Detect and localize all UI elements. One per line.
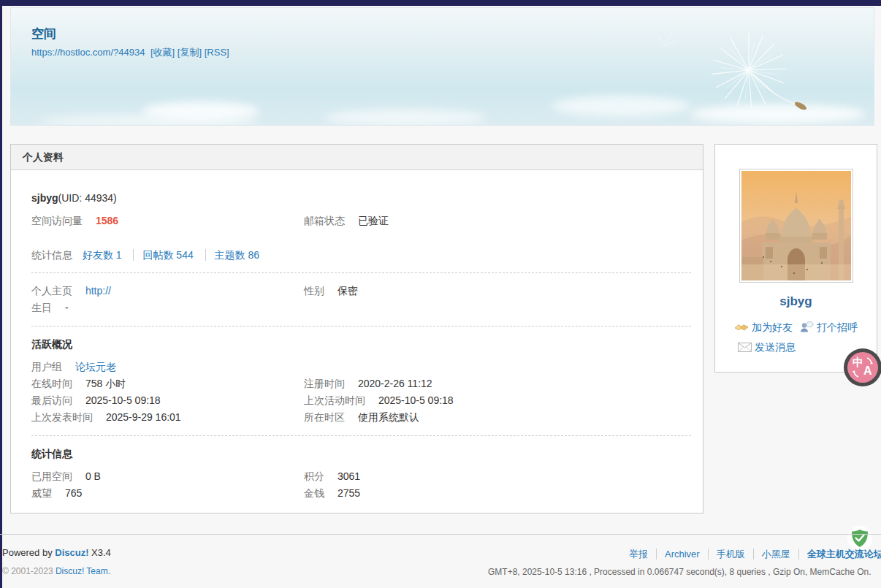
dandelion-illustration [654, 23, 858, 126]
discuz-team-link[interactable]: Discuz! Team. [56, 566, 110, 576]
avatar[interactable] [739, 169, 853, 283]
shield-check-icon [851, 529, 869, 548]
used-space-field: 已用空间 0 B [31, 468, 304, 485]
report-link[interactable]: 举报 [621, 549, 656, 560]
darkroom-link[interactable]: 小黑屋 [753, 549, 798, 560]
gmt-status-text: GMT+8, 2025-10-5 13:16 , Processed in 0.… [488, 567, 872, 577]
archiver-link[interactable]: Archiver [656, 549, 708, 560]
handshake-icon [734, 322, 749, 332]
cloud-shape [40, 114, 259, 126]
divider [31, 435, 691, 436]
register-time-field: 注册时间 2020-2-26 11:12 [304, 375, 691, 392]
last-post-field: 上次发表时间 2025-9-29 16:01 [31, 409, 304, 426]
profile-panel: 个人资料 sjbyg(UID: 44934) 空间访问量 1586 邮箱状态 已… [10, 144, 703, 513]
card-username: sjbyg [715, 294, 877, 309]
footer-divider [0, 534, 881, 535]
space-banner: 空间 https://hostloc.com/?44934 [收藏] [复制] … [10, 7, 874, 126]
username: sjbyg [31, 192, 58, 204]
translate-icon: 中 A [847, 352, 878, 383]
translate-button[interactable]: 中 A [844, 348, 881, 386]
stats-section-header: 统计信息 [31, 448, 691, 461]
mobile-version-link[interactable]: 手机版 [708, 549, 753, 560]
send-message-link[interactable]: 发送消息 [738, 341, 796, 353]
browser-top-bar [0, 0, 881, 6]
visits-count: 1586 [96, 215, 118, 226]
divider [31, 272, 691, 273]
user-card: sjbyg 加为好友打个招呼 发送消息 [714, 144, 877, 373]
divider [31, 326, 691, 327]
cloud-shape [325, 109, 486, 126]
prestige-field: 威望 765 [31, 485, 304, 502]
homepage-link[interactable]: http:// [85, 285, 111, 297]
copy-link[interactable]: [复制] [178, 47, 202, 58]
replies-count-link[interactable]: 回帖数 544 [133, 249, 202, 261]
timezone-field: 所在时区 使用系统默认 [304, 409, 691, 426]
rss-link[interactable]: [RSS] [205, 47, 229, 58]
space-url: https://hostloc.com/?44934 [31, 47, 145, 58]
space-visits-field: 空间访问量 1586 [31, 213, 304, 229]
homepage-field: 个人主页 http:// [31, 283, 304, 299]
envelope-icon [738, 343, 752, 352]
credits-field: 积分 3061 [304, 468, 691, 485]
footer-nav: 举报Archiver手机版小黑屋全球主机交流论坛 [621, 548, 881, 561]
say-hi-link[interactable]: 打个招呼 [800, 321, 858, 333]
usergroup-link[interactable]: 论坛元老 [75, 361, 116, 373]
adguard-shield-button[interactable] [847, 526, 872, 551]
birthday-field: 生日 - [31, 299, 304, 316]
space-url-row: https://hostloc.com/?44934 [收藏] [复制] [RS… [31, 46, 229, 59]
online-time-field: 在线时间 758 小时 [31, 375, 304, 392]
page-left-edge [0, 0, 2, 588]
email-status-field: 邮箱状态 已验证 [304, 213, 691, 229]
friends-count-link[interactable]: 好友数 1 [80, 249, 131, 261]
greeting-icon [800, 321, 814, 332]
favorite-link[interactable]: [收藏] [150, 47, 175, 58]
powered-by-text: Powered by Discuz! X3.4 [2, 547, 111, 558]
add-friend-link[interactable]: 加为好友 [734, 321, 793, 333]
copyright-text: © 2001-2023 Discuz! Team. [2, 566, 110, 576]
usergroup-field: 用户组 论坛元老 [31, 359, 304, 375]
discuz-link[interactable]: Discuz! [55, 547, 88, 558]
activity-section-header: 活跃概况 [31, 338, 691, 351]
statistics-links-row: 统计信息 好友数 1 回帖数 544 主题数 86 [31, 247, 691, 263]
username-row: sjbyg(UID: 44934) [31, 192, 691, 204]
gender-field: 性别 保密 [304, 283, 691, 299]
money-field: 金钱 2755 [304, 485, 691, 502]
last-visit-field: 最后访问 2025-10-5 09:18 [31, 392, 304, 409]
profile-panel-header: 个人资料 [11, 145, 703, 170]
threads-count-link[interactable]: 主题数 86 [205, 249, 268, 261]
last-active-field: 上次活动时间 2025-10-5 09:18 [304, 392, 691, 409]
forum-home-link[interactable]: 全球主机交流论坛 [798, 549, 881, 560]
uid-text: (UID: 44934) [58, 192, 117, 204]
page-title: 空间 [31, 26, 56, 42]
